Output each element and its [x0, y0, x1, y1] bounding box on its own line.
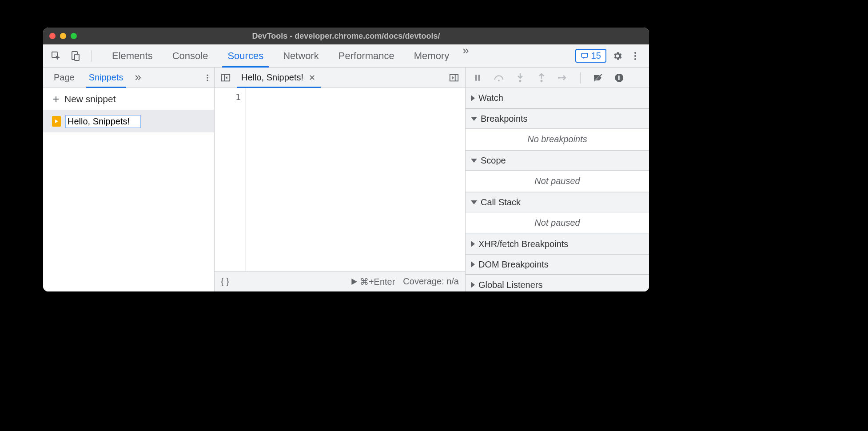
editor-file-tab-label: Hello, Snippets! — [241, 72, 303, 83]
chevron-right-icon — [471, 241, 475, 247]
pane-body-scope: Not paused — [466, 171, 649, 192]
chevron-right-icon — [471, 282, 475, 288]
navigator-subtabs: Page Snippets » — [43, 68, 214, 88]
messages-badge[interactable]: 15 — [575, 49, 606, 63]
svg-point-17 — [558, 77, 560, 79]
pane-scope[interactable]: Scope — [466, 150, 649, 171]
chevron-down-icon — [471, 200, 477, 204]
settings-icon[interactable] — [611, 49, 624, 63]
subtab-page[interactable]: Page — [48, 68, 81, 88]
navigator-kebab-icon[interactable] — [201, 71, 214, 84]
code-area[interactable] — [246, 88, 465, 271]
svg-rect-13 — [478, 75, 480, 81]
step-out-icon[interactable] — [535, 71, 548, 84]
pane-label: Call Stack — [481, 197, 521, 208]
step-into-icon[interactable] — [514, 71, 527, 84]
svg-point-14 — [498, 80, 500, 81]
pane-dom-breakpoints[interactable]: DOM Breakpoints — [466, 254, 649, 275]
devtools-window: DevTools - developer.chrome.com/docs/dev… — [43, 28, 649, 291]
snippet-file-icon — [52, 116, 61, 127]
navigator-pane: Page Snippets » New snippet — [43, 68, 215, 291]
top-tabs-bar: Elements Console Sources Network Perform… — [43, 44, 649, 68]
pane-label: Breakpoints — [481, 114, 528, 124]
pane-label: XHR/fetch Breakpoints — [478, 239, 568, 249]
new-snippet-label: New snippet — [64, 94, 116, 104]
step-icon[interactable] — [556, 71, 569, 84]
svg-rect-21 — [619, 76, 620, 80]
pane-callstack[interactable]: Call Stack — [466, 192, 649, 212]
svg-rect-2 — [75, 54, 79, 60]
tab-performance[interactable]: Performance — [329, 44, 404, 67]
pane-breakpoints[interactable]: Breakpoints — [466, 108, 649, 129]
debugger-pane: Watch Breakpoints No breakpoints Scope N… — [466, 68, 649, 291]
step-over-icon[interactable] — [492, 71, 506, 84]
snippet-name-input[interactable] — [65, 115, 141, 128]
inspect-element-icon[interactable] — [49, 49, 63, 63]
tab-console[interactable]: Console — [163, 44, 218, 67]
svg-point-6 — [634, 58, 636, 60]
more-tabs-icon[interactable]: » — [459, 44, 472, 67]
pane-label: Global Listeners — [478, 280, 543, 290]
pane-watch[interactable]: Watch — [466, 88, 649, 108]
snippet-list-item[interactable] — [43, 110, 214, 132]
run-hint-label: ⌘+Enter — [360, 276, 395, 287]
editor-file-tab[interactable]: Hello, Snippets! ✕ — [237, 68, 321, 88]
kebab-menu-icon[interactable] — [629, 49, 642, 63]
show-navigator-icon[interactable] — [219, 71, 232, 84]
messages-count: 15 — [591, 51, 601, 61]
pane-xhr-breakpoints[interactable]: XHR/fetch Breakpoints — [466, 234, 649, 254]
pane-global-listeners[interactable]: Global Listeners — [466, 275, 649, 291]
svg-rect-20 — [618, 76, 619, 80]
main-split: Page Snippets » New snippet — [43, 68, 649, 291]
chevron-down-icon — [471, 117, 477, 121]
chevron-right-icon — [471, 261, 475, 267]
svg-point-4 — [634, 52, 636, 54]
editor-tabs-bar: Hello, Snippets! ✕ — [215, 68, 465, 88]
svg-rect-3 — [581, 53, 588, 57]
svg-point-16 — [541, 80, 543, 82]
pane-body-callstack: Not paused — [466, 212, 649, 234]
format-code-button[interactable]: { } — [221, 276, 229, 287]
deactivate-breakpoints-icon[interactable] — [591, 71, 605, 84]
line-number: 1 — [215, 92, 241, 102]
svg-point-15 — [519, 80, 522, 82]
panel-tabs: Elements Console Sources Network Perform… — [102, 44, 473, 67]
pane-body-breakpoints: No breakpoints — [466, 129, 649, 150]
pause-icon[interactable] — [471, 71, 484, 84]
editor-pane: Hello, Snippets! ✕ 1 { } ⌘+Ente — [215, 68, 466, 291]
svg-point-7 — [207, 74, 208, 76]
show-debugger-icon[interactable] — [447, 71, 461, 84]
tab-memory[interactable]: Memory — [404, 44, 459, 67]
window-titlebar: DevTools - developer.chrome.com/docs/dev… — [43, 28, 649, 44]
new-snippet-button[interactable]: New snippet — [43, 88, 214, 110]
editor-footer: { } ⌘+Enter Coverage: n/a — [215, 271, 465, 291]
run-snippet-button[interactable]: ⌘+Enter — [351, 276, 395, 287]
pane-label: DOM Breakpoints — [478, 259, 549, 270]
debugger-toolbar — [466, 68, 649, 88]
more-subtabs-icon[interactable]: » — [131, 71, 145, 84]
pane-label: Watch — [478, 93, 503, 103]
code-editor[interactable]: 1 — [215, 88, 465, 271]
tab-sources[interactable]: Sources — [218, 44, 273, 67]
chevron-down-icon — [471, 159, 477, 163]
close-tab-icon[interactable]: ✕ — [308, 73, 316, 83]
chevron-right-icon — [471, 95, 475, 101]
coverage-label: Coverage: n/a — [403, 276, 459, 287]
tab-network[interactable]: Network — [273, 44, 329, 67]
divider — [580, 72, 581, 84]
svg-point-8 — [207, 77, 208, 78]
device-toolbar-icon[interactable] — [69, 49, 82, 63]
svg-point-5 — [634, 55, 636, 57]
svg-rect-12 — [475, 75, 477, 81]
svg-point-9 — [207, 80, 208, 81]
subtab-snippets[interactable]: Snippets — [83, 68, 130, 88]
pane-label: Scope — [481, 156, 506, 166]
divider — [91, 50, 92, 62]
window-title: DevTools - developer.chrome.com/docs/dev… — [43, 32, 649, 41]
line-gutter: 1 — [215, 88, 246, 271]
tab-elements[interactable]: Elements — [102, 44, 163, 67]
pause-on-exceptions-icon[interactable] — [613, 71, 626, 84]
debugger-panes: Watch Breakpoints No breakpoints Scope N… — [466, 88, 649, 291]
